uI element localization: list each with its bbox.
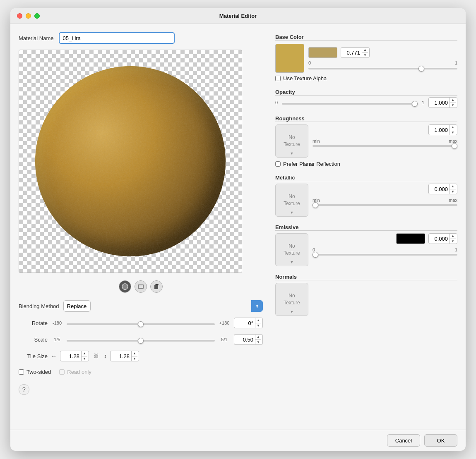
normals-dropdown-arrow: ▼ <box>290 310 294 314</box>
metallic-slider[interactable] <box>313 204 457 206</box>
preview-sphere-button[interactable] <box>119 280 131 293</box>
roughness-texture-thumb[interactable]: NoTexture ▼ <box>275 124 308 158</box>
cancel-button[interactable]: Cancel <box>387 434 420 447</box>
tilesize-height-input[interactable] <box>111 353 131 359</box>
normals-texture-thumb[interactable]: NoTexture ▼ <box>275 283 308 316</box>
rotate-max-label: +180 <box>218 320 231 325</box>
emissive-texture-thumb[interactable]: NoTexture ▼ <box>275 233 308 266</box>
emissive-color-swatch[interactable] <box>396 233 425 244</box>
base-color-input[interactable] <box>341 50 362 56</box>
normals-section: Normals NoTexture ▼ <box>275 274 457 316</box>
metallic-texture-thumb[interactable]: NoTexture ▼ <box>275 184 308 217</box>
base-color-swatch-small[interactable] <box>308 47 337 58</box>
rotate-up-button[interactable]: ▲ <box>255 318 261 323</box>
read-only-checkbox <box>59 369 65 375</box>
blend-arrow-icon: ⬍ <box>251 300 263 312</box>
scale-up-button[interactable]: ▲ <box>255 335 261 340</box>
window-title: Material Editor <box>219 13 257 19</box>
opacity-min-label: 0 <box>275 100 278 105</box>
help-button[interactable]: ? <box>19 384 29 395</box>
use-texture-alpha-checkbox[interactable] <box>275 76 281 81</box>
tilesize-width-input[interactable] <box>60 353 81 359</box>
two-sided-checkbox[interactable] <box>19 369 24 375</box>
tilesize-width-icon: ↔ <box>51 353 57 359</box>
read-only-label: Read only <box>59 369 91 375</box>
roughness-down[interactable]: ▼ <box>450 130 456 135</box>
tilesize-height-down[interactable]: ▼ <box>132 356 137 361</box>
base-color-up[interactable]: ▲ <box>362 48 368 53</box>
metallic-dropdown-arrow: ▼ <box>290 210 294 215</box>
metallic-title: Metallic <box>275 175 295 181</box>
emissive-down[interactable]: ▼ <box>450 239 456 244</box>
scale-input[interactable] <box>234 337 255 343</box>
opacity-up[interactable]: ▲ <box>450 98 456 103</box>
emissive-no-texture-text: NoTexture <box>284 243 300 257</box>
base-color-swatch-large[interactable] <box>275 44 304 73</box>
roughness-up[interactable]: ▲ <box>450 125 456 130</box>
emissive-value-wrapper: ▲ ▼ <box>428 233 457 244</box>
opacity-input[interactable] <box>429 100 450 106</box>
metallic-input[interactable] <box>429 186 450 192</box>
prefer-planar-label: Prefer Planar Reflection <box>283 161 340 167</box>
base-color-section: Base Color ▲ ▼ <box>275 34 457 81</box>
rotate-label: Rotate <box>19 320 48 326</box>
scale-down-button[interactable]: ▼ <box>255 340 261 345</box>
minimize-button[interactable] <box>26 13 31 19</box>
roughness-input[interactable] <box>429 127 450 133</box>
scale-slider[interactable] <box>67 340 215 342</box>
base-color-title: Base Color <box>275 34 304 40</box>
blend-method-label: Blending Method <box>19 303 59 309</box>
rotate-slider-wrapper <box>67 320 215 326</box>
rotate-spinner: ▲ ▼ <box>255 318 261 328</box>
preview-plane-button[interactable] <box>135 280 147 293</box>
blend-select-wrapper: Replace Add Multiply ⬍ <box>63 300 263 312</box>
use-texture-alpha-label: Use Texture Alpha <box>283 75 327 81</box>
tilesize-width-down[interactable]: ▼ <box>82 356 87 361</box>
prefer-planar-checkbox[interactable] <box>275 161 281 167</box>
close-button[interactable] <box>17 13 22 19</box>
blend-method-select[interactable]: Replace Add Multiply <box>63 300 91 312</box>
rotate-value-wrapper: ▲ ▼ <box>234 318 263 328</box>
opacity-title: Opacity <box>275 89 295 95</box>
material-name-input[interactable] <box>59 32 175 44</box>
svg-rect-3 <box>154 285 158 289</box>
rotate-down-button[interactable]: ▼ <box>255 323 261 328</box>
emissive-section: Emissive NoTexture ▼ ▲ <box>275 224 457 266</box>
svg-point-1 <box>123 284 127 289</box>
base-color-down[interactable]: ▼ <box>362 53 368 58</box>
base-color-slider[interactable] <box>308 68 457 69</box>
emissive-spinner: ▲ ▼ <box>450 234 456 244</box>
rotate-slider[interactable] <box>67 323 215 325</box>
preview-box-button[interactable] <box>150 280 163 293</box>
roughness-slider[interactable] <box>313 145 457 147</box>
opacity-slider[interactable] <box>282 103 418 105</box>
scale-row: Scale 1/5 5/1 ▲ ▼ <box>19 334 263 345</box>
opacity-spinner: ▲ ▼ <box>450 98 456 108</box>
scale-min-label: 1/5 <box>51 337 63 342</box>
emissive-slider[interactable] <box>313 254 457 256</box>
ok-button[interactable]: OK <box>424 434 457 447</box>
metallic-texture-row: NoTexture ▼ ▲ ▼ <box>275 184 457 217</box>
scale-max-label: 5/1 <box>218 337 231 342</box>
metallic-down[interactable]: ▼ <box>450 189 456 194</box>
roughness-section: Roughness NoTexture ▼ ▲ ▼ <box>275 115 457 167</box>
opacity-max-label: 1 <box>422 100 424 105</box>
two-sided-label[interactable]: Two-sided <box>19 369 51 375</box>
blend-method-row: Blending Method Replace Add Multiply ⬍ <box>19 300 263 312</box>
roughness-spinner: ▲ ▼ <box>450 125 456 135</box>
opacity-down[interactable]: ▼ <box>450 103 456 108</box>
opacity-section: Opacity 0 1 ▲ ▼ <box>275 89 457 108</box>
emissive-input[interactable] <box>429 236 450 242</box>
metallic-up[interactable]: ▲ <box>450 184 456 189</box>
tilesize-height-up[interactable]: ▲ <box>132 351 137 356</box>
rotate-row: Rotate -180 +180 ▲ ▼ <box>19 318 263 328</box>
roughness-controls: ▲ ▼ min max <box>313 124 457 147</box>
emissive-up[interactable]: ▲ <box>450 234 456 239</box>
scale-label: Scale <box>19 337 48 343</box>
roughness-title: Roughness <box>275 115 305 122</box>
tilesize-width-wrapper: ▲ ▼ <box>60 351 89 361</box>
maximize-button[interactable] <box>34 13 40 19</box>
rotate-input[interactable] <box>234 320 255 326</box>
tilesize-width-up[interactable]: ▲ <box>82 351 87 356</box>
tilesize-link-icon[interactable]: ⛓ <box>94 353 99 359</box>
